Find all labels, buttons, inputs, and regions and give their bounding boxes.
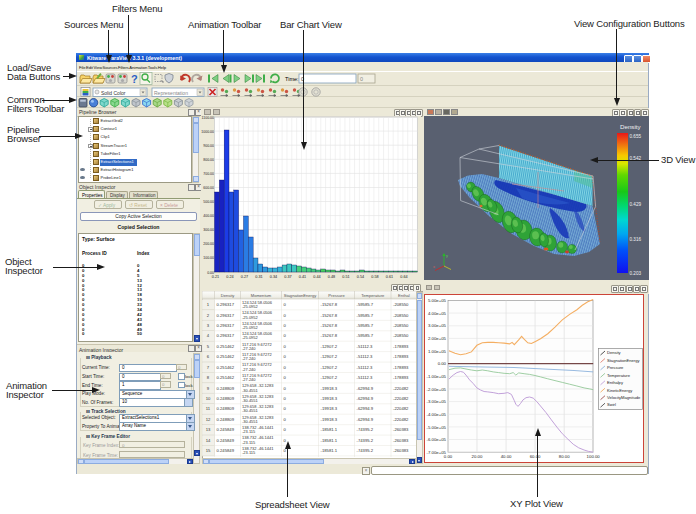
svg-text:0.296317: 0.296317 [216, 323, 234, 328]
svg-text:40.00: 40.00 [500, 453, 511, 458]
svg-text:Density: Density [620, 123, 642, 130]
svg-text:-30.4551: -30.4551 [242, 398, 259, 403]
svg-text:0.44: 0.44 [313, 275, 320, 279]
svg-text:-23.115: -23.115 [242, 450, 256, 455]
svg-text:-59585.7: -59585.7 [356, 323, 373, 328]
svg-text:0.54: 0.54 [357, 275, 364, 279]
svg-text:300.00: 300.00 [203, 228, 214, 232]
svg-text:-220482: -220482 [393, 406, 409, 411]
svg-text:-18581.1: -18581.1 [320, 427, 337, 432]
svg-text:13: 13 [205, 427, 210, 432]
svg-text:-15267.8: -15267.8 [320, 333, 337, 338]
svg-text:-178893: -178893 [393, 354, 409, 359]
svg-text:-74395.2: -74395.2 [356, 448, 373, 453]
svg-text:0: 0 [283, 333, 286, 338]
svg-text:14: 14 [205, 438, 210, 443]
svg-text:0.251462: 0.251462 [216, 375, 234, 380]
svg-text:-208550: -208550 [393, 313, 409, 318]
svg-text:-6.00e+05: -6.00e+05 [426, 437, 446, 442]
svg-text:1000.00: 1000.00 [201, 130, 214, 134]
svg-text:-30.4551: -30.4551 [242, 408, 259, 413]
svg-text:2.00e+05: 2.00e+05 [427, 336, 446, 341]
svg-text:0.51: 0.51 [342, 275, 349, 279]
svg-text:Swirl: Swirl [607, 402, 616, 407]
svg-text:1.00e+05: 1.00e+05 [427, 348, 446, 353]
svg-text:0: 0 [283, 406, 286, 411]
svg-text:5.00e+05: 5.00e+05 [427, 298, 446, 303]
svg-text:-15267.8: -15267.8 [320, 313, 337, 318]
svg-text:600.00: 600.00 [203, 186, 214, 190]
svg-text:Temperature: Temperature [607, 372, 631, 377]
svg-text:3.00e+05: 3.00e+05 [427, 323, 446, 328]
svg-text:-27.240: -27.240 [242, 377, 256, 382]
svg-text:-62994.9: -62994.9 [356, 417, 373, 422]
svg-text:-62994.9: -62994.9 [356, 406, 373, 411]
svg-text:0: 0 [283, 386, 286, 391]
svg-text:-51112.3: -51112.3 [356, 344, 373, 349]
svg-text:-23.115: -23.115 [242, 429, 256, 434]
svg-text:-25.0952: -25.0952 [242, 325, 259, 330]
svg-text:0: 0 [283, 396, 286, 401]
svg-text:0.245849: 0.245849 [216, 427, 234, 432]
svg-text:0: 0 [283, 365, 286, 370]
svg-text:-59585.7: -59585.7 [356, 333, 373, 338]
svg-text:-15267.8: -15267.8 [320, 302, 337, 307]
svg-text:0.27: 0.27 [241, 275, 248, 279]
svg-text:0.296317: 0.296317 [216, 313, 234, 318]
svg-text:-260383: -260383 [393, 448, 409, 453]
svg-text:-19918.3: -19918.3 [320, 386, 337, 391]
svg-text:-19918.3: -19918.3 [320, 406, 337, 411]
svg-text:0.00: 0.00 [437, 361, 446, 366]
svg-text:800.00: 800.00 [203, 158, 214, 162]
svg-text:0.248809: 0.248809 [216, 406, 234, 411]
svg-text:0: 0 [283, 313, 286, 318]
svg-text:0.58: 0.58 [371, 275, 378, 279]
svg-text:-12907.2: -12907.2 [320, 344, 337, 349]
svg-text:-220482: -220482 [393, 396, 409, 401]
svg-text:StagnationEnergy: StagnationEnergy [283, 293, 316, 298]
svg-text:-178893: -178893 [393, 375, 409, 380]
svg-text:Pressure: Pressure [607, 365, 624, 370]
svg-text:0.296317: 0.296317 [216, 333, 234, 338]
svg-text:-4.00e+05: -4.00e+05 [426, 411, 446, 416]
svg-text:0: 0 [283, 417, 286, 422]
svg-text:-62994.9: -62994.9 [356, 396, 373, 401]
svg-text:-12907.2: -12907.2 [320, 354, 337, 359]
svg-text:12: 12 [205, 417, 210, 422]
svg-text:0.203: 0.203 [630, 271, 642, 276]
svg-text:-27.240: -27.240 [242, 367, 256, 372]
svg-text:Density: Density [220, 293, 235, 298]
svg-text:0.31: 0.31 [255, 275, 262, 279]
svg-text:700.00: 700.00 [203, 172, 214, 176]
svg-text:-30.4551: -30.4551 [242, 419, 259, 424]
svg-text:-220482: -220482 [393, 386, 409, 391]
svg-text:0: 0 [283, 427, 286, 432]
svg-text:0.34: 0.34 [270, 275, 277, 279]
svg-text:20.00: 20.00 [471, 453, 482, 458]
svg-text:0: 0 [283, 344, 286, 349]
svg-text:-27.240: -27.240 [242, 356, 256, 361]
svg-text:0.655: 0.655 [630, 134, 642, 139]
svg-text:-12907.2: -12907.2 [320, 375, 337, 380]
svg-text:Pressure: Pressure [328, 293, 345, 298]
svg-text:-18581.1: -18581.1 [320, 448, 337, 453]
svg-text:-5.00e+05: -5.00e+05 [426, 424, 446, 429]
svg-text:-59585.7: -59585.7 [356, 302, 373, 307]
svg-text:0.251462: 0.251462 [216, 365, 234, 370]
svg-text:0.248809: 0.248809 [216, 417, 234, 422]
svg-text:0: 0 [283, 375, 286, 380]
svg-text:-23.115: -23.115 [242, 440, 256, 445]
svg-text:-25.0952: -25.0952 [242, 315, 259, 320]
svg-text:0: 0 [283, 354, 286, 359]
svg-text:KineticEnergy: KineticEnergy [607, 387, 633, 392]
svg-text:0.429: 0.429 [630, 202, 642, 207]
svg-text:0.316: 0.316 [630, 237, 642, 242]
svg-text:-208550: -208550 [393, 333, 409, 338]
svg-text:x: x [433, 264, 435, 269]
svg-text:0.248809: 0.248809 [216, 386, 234, 391]
svg-text:-15267.8: -15267.8 [320, 323, 337, 328]
svg-text:-51112.3: -51112.3 [356, 365, 373, 370]
svg-text:100.00: 100.00 [586, 453, 600, 458]
svg-text:Solid Color: Solid Color [101, 90, 126, 96]
svg-text:-51112.3: -51112.3 [356, 375, 373, 380]
